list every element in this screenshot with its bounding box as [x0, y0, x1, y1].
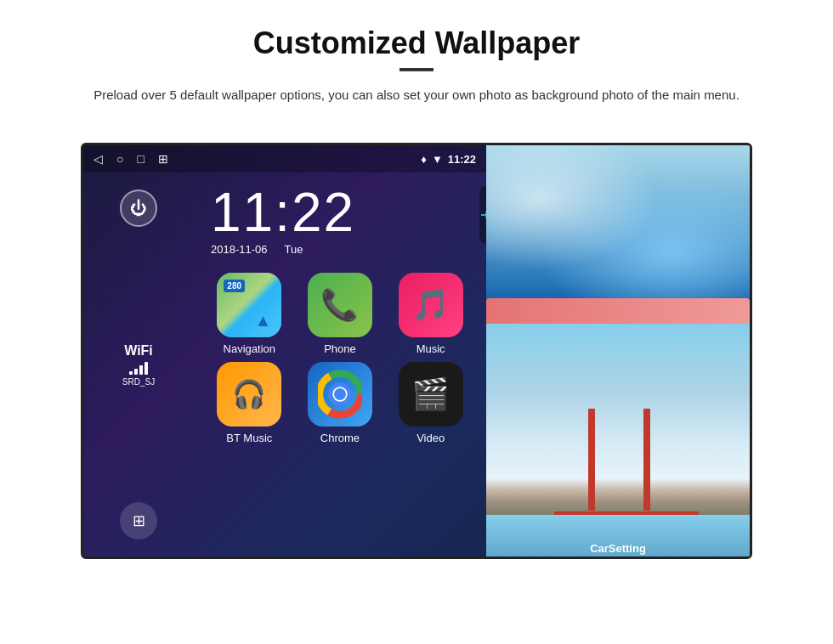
wifi-name: SRD_SJ	[122, 377, 155, 387]
app-navigation[interactable]: 280 ▲ Navigation	[207, 273, 292, 355]
ice-texture	[486, 145, 750, 324]
screenshot-button[interactable]: ⊞	[158, 152, 168, 166]
clock-date: 2018-11-06 Tue	[211, 243, 469, 256]
wifi-bar-2	[134, 369, 138, 375]
wifi-bar-1	[129, 371, 133, 375]
clock-date-value: 2018-11-06	[211, 243, 268, 256]
bridge-tower-right	[643, 409, 650, 511]
app-video[interactable]: 🎬 Video	[388, 362, 473, 444]
clock-day-value: Tue	[285, 243, 303, 256]
music-icon: 🎵	[399, 273, 463, 337]
wallpaper-thumbnails: CarSetting	[486, 145, 750, 559]
app-music[interactable]: 🎵 Music	[388, 273, 473, 355]
nav-badge: 280	[224, 280, 245, 292]
bt-music-icon: 🎧	[217, 362, 281, 427]
bt-music-label: BT Music	[226, 432, 272, 444]
grid-icon: ⊞	[133, 511, 145, 530]
app-chrome[interactable]: Chrome	[298, 362, 382, 444]
device-container: ◁ ○ □ ⊞ ♦ ▼ 11:22 ⏻ WiFi	[0, 143, 833, 559]
status-right: ♦ ▼ 11:22	[421, 153, 476, 166]
left-sidebar: ⏻ WiFi SRD_SJ ⊞	[83, 172, 194, 556]
apps-grid: 280 ▲ Navigation 📞 Phone 🎵	[194, 264, 486, 453]
android-screen: ◁ ○ □ ⊞ ♦ ▼ 11:22 ⏻ WiFi	[81, 143, 752, 559]
app-phone[interactable]: 📞 Phone	[298, 273, 382, 355]
video-label: Video	[416, 432, 445, 444]
wifi-bars	[122, 361, 155, 375]
chrome-svg	[318, 369, 362, 420]
chrome-label: Chrome	[320, 432, 360, 444]
clock-time: 11:22	[211, 185, 469, 240]
phone-symbol: 📞	[320, 287, 359, 323]
navigation-icon: 280 ▲	[217, 273, 281, 337]
video-symbol: 🎬	[411, 376, 450, 412]
phone-label: Phone	[324, 342, 356, 355]
music-symbol: 🎵	[411, 287, 450, 323]
wifi-bar-4	[144, 362, 148, 375]
chrome-circle	[318, 372, 362, 416]
wifi-title: WiFi	[122, 343, 155, 359]
back-button[interactable]: ◁	[94, 152, 103, 166]
bridge-tower-left	[588, 409, 595, 511]
title-divider	[400, 68, 434, 71]
music-label: Music	[416, 342, 445, 355]
apps-grid-button[interactable]: ⊞	[120, 502, 157, 539]
carsetting-label: CarSetting	[486, 542, 750, 555]
wifi-widget: WiFi SRD_SJ	[122, 343, 155, 387]
phone-icon: 📞	[308, 273, 372, 337]
nav-pin-icon: ▲	[255, 311, 272, 330]
home-button[interactable]: ○	[116, 152, 123, 166]
shelf-decoration	[486, 298, 750, 324]
wallpaper-thumb-bridge[interactable]: CarSetting	[486, 324, 750, 559]
app-bt-music[interactable]: 🎧 BT Music	[207, 362, 292, 444]
location-icon: ♦	[421, 153, 427, 166]
bt-symbol: 🎧	[232, 378, 266, 410]
media-controls: ⏮ B	[473, 179, 486, 251]
power-icon: ⏻	[130, 199, 147, 218]
main-content: 11:22 2018-11-06 Tue 280 ▲ Navigation	[194, 172, 486, 556]
status-time: 11:22	[448, 153, 476, 166]
wifi-bar-3	[139, 365, 143, 375]
status-left: ◁ ○ □ ⊞	[94, 152, 168, 166]
chrome-icon	[308, 362, 372, 427]
svg-point-6	[334, 388, 346, 400]
recents-button[interactable]: □	[137, 152, 144, 166]
page-title: Customized Wallpaper	[51, 25, 782, 61]
navigation-label: Navigation	[224, 342, 275, 355]
page-description: Preload over 5 default wallpaper options…	[68, 85, 765, 105]
wallpaper-thumb-ice[interactable]	[486, 145, 750, 324]
clock-area: 11:22 2018-11-06 Tue	[194, 172, 486, 264]
status-bar: ◁ ○ □ ⊞ ♦ ▼ 11:22	[83, 145, 486, 172]
power-button[interactable]: ⏻	[120, 189, 157, 227]
signal-icon: ▼	[432, 153, 443, 166]
video-icon: 🎬	[399, 362, 463, 427]
